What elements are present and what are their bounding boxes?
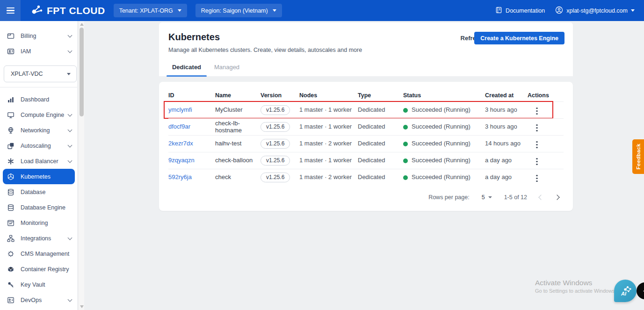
tab-dedicated[interactable]: Dedicated <box>166 64 207 76</box>
scrollbar-thumb[interactable] <box>80 28 84 116</box>
watermark-line1: Activate Windows <box>535 279 615 287</box>
integrations-icon <box>7 234 14 242</box>
cell-nodes: 1 master · 1 worker <box>299 123 358 130</box>
kebab-menu-icon[interactable] <box>534 156 540 167</box>
cell-version: v1.25.6 <box>260 122 299 132</box>
database-icon <box>7 188 14 196</box>
sidebar-item-label: IAM <box>21 48 31 55</box>
table-row: 592ry6jacheckv1.25.61 master · 2 workerD… <box>168 169 564 186</box>
column-header-id: ID <box>168 92 215 99</box>
scroll-up-icon[interactable] <box>80 23 84 26</box>
chevron-down-icon <box>68 33 72 37</box>
sidebar-item-integrations[interactable]: Integrations <box>0 231 77 246</box>
scroll-down-icon[interactable] <box>80 305 84 308</box>
cell-type: Dedicated <box>358 140 403 147</box>
sidebar-nav: DashboardCompute EngineNetworkingAutosca… <box>0 92 77 308</box>
feedback-tab[interactable]: Feedback <box>632 139 644 174</box>
sidebar-item-cms-management[interactable]: CMS Management <box>0 246 77 261</box>
cell-version: v1.25.6 <box>260 139 299 149</box>
cell-type: Dedicated <box>358 107 403 114</box>
cell-status: Succeeded (Running) <box>403 140 485 147</box>
page-header-card: Kubernetes Manage all Kubernetes cluster… <box>159 22 573 76</box>
cms-management-icon <box>7 250 14 258</box>
table-row: ymclymfiMyClusterv1.25.61 master · 1 wor… <box>168 101 564 118</box>
documentation-link[interactable]: Documentation <box>495 7 545 15</box>
ai-assistant-button[interactable]: AI <box>614 280 637 302</box>
sidebar-item-devops[interactable]: DevOps <box>0 292 77 308</box>
sidebar-item-container-registry[interactable]: Container Registry <box>0 261 77 277</box>
sidebar-item-networking[interactable]: Networking <box>0 123 77 138</box>
brand-name: FPT CLOUD <box>47 5 105 16</box>
collapse-widget-button[interactable] <box>637 282 644 299</box>
cell-status: Succeeded (Running) <box>403 123 485 130</box>
kebab-menu-icon[interactable] <box>534 106 540 117</box>
activate-windows-watermark: Activate Windows Go to Settings to activ… <box>535 279 615 294</box>
sidebar-item-monitoring[interactable]: Monitoring <box>0 215 77 231</box>
cell-status: Succeeded (Running) <box>403 107 485 114</box>
cluster-id-link[interactable]: ymclymfi <box>168 106 192 113</box>
sidebar-nav-top: BillingIAM <box>0 28 77 59</box>
next-page-button[interactable] <box>554 195 559 200</box>
user-menu[interactable]: xplat-stg@fptcloud.com <box>555 6 635 15</box>
region-dropdown[interactable]: Region: Saigon (Vietnam) <box>195 4 282 17</box>
sidebar-item-dashboard[interactable]: Dashboard <box>0 92 77 107</box>
create-kubernetes-engine-button[interactable]: Create a Kubernetes Engine <box>474 32 564 44</box>
cell-status: Succeeded (Running) <box>403 174 485 181</box>
sidebar-item-iam[interactable]: IAM <box>0 43 77 59</box>
kebab-menu-icon[interactable] <box>534 173 540 184</box>
rows-per-page-select[interactable]: 5 <box>482 194 492 201</box>
load-balancer-icon <box>7 157 14 165</box>
sidebar-item-kubernetes[interactable]: Kubernetes <box>3 169 75 184</box>
sidebar-item-load-balancer[interactable]: Load Balancer <box>0 153 77 169</box>
cell-actions <box>528 137 564 150</box>
cluster-id-link[interactable]: 2kezr7dx <box>168 140 193 147</box>
sidebar-item-autoscaling[interactable]: Autoscaling <box>0 138 77 153</box>
cluster-id-link[interactable]: 592ry6ja <box>168 173 192 180</box>
watermark-line2: Go to Settings to activate Windows <box>535 288 615 294</box>
chevron-down-icon <box>68 158 72 163</box>
cell-nodes: 1 master · 1 worker <box>299 107 358 114</box>
version-badge: v1.25.6 <box>260 173 290 182</box>
fpt-molecule-icon <box>31 5 43 17</box>
hamburger-menu-button[interactable] <box>0 0 21 21</box>
documentation-label: Documentation <box>506 7 545 14</box>
sidebar-item-database[interactable]: Database <box>0 184 77 200</box>
chevron-down-icon <box>488 196 492 198</box>
cell-nodes: 1 master · 2 worker <box>299 174 358 181</box>
cluster-id-link[interactable]: dfocf9ar <box>168 123 190 130</box>
column-header-actions: Actions <box>528 92 564 99</box>
user-email-label: xplat-stg@fptcloud.com <box>566 7 628 14</box>
navbar-right: Documentation xplat-stg@fptcloud.com <box>495 6 644 15</box>
kebab-menu-icon[interactable] <box>534 139 540 151</box>
clusters-table-card: IDNameVersionNodesTypeStatusCreated atAc… <box>159 82 573 211</box>
cell-name: haihv-test <box>215 140 260 147</box>
status-label: Succeeded (Running) <box>412 140 470 147</box>
monitoring-icon <box>7 219 14 227</box>
database-engine-icon <box>7 203 14 211</box>
tab-managed[interactable]: Managed <box>207 64 247 76</box>
cell-version: v1.25.6 <box>260 156 299 166</box>
previous-page-button[interactable] <box>538 195 543 200</box>
vdc-selector[interactable]: XPLAT-VDC <box>4 65 77 82</box>
sidebar-item-compute-engine[interactable]: Compute Engine <box>0 107 77 123</box>
kebab-menu-icon[interactable] <box>534 123 540 134</box>
chevron-down-icon <box>68 143 72 147</box>
tenant-dropdown[interactable]: Tenant: XPLAT-ORG <box>114 4 187 17</box>
version-badge: v1.25.6 <box>260 122 290 132</box>
sidebar-item-key-vault[interactable]: Key Vault <box>0 277 77 292</box>
vdc-selector-value: XPLAT-VDC <box>11 71 43 77</box>
cell-version: v1.25.6 <box>260 105 299 115</box>
sidebar-item-label: Dashboard <box>21 96 49 103</box>
page-subtitle: Manage all Kubernetes clusters. Create, … <box>168 47 362 53</box>
chevron-down-icon <box>68 127 72 132</box>
cell-id: ymclymfi <box>168 107 215 114</box>
tab-bar: DedicatedManaged <box>166 64 247 76</box>
sidebar-scrollbar[interactable] <box>78 21 84 310</box>
sidebar-item-billing[interactable]: Billing <box>0 28 77 43</box>
brand-logo[interactable]: FPT CLOUD <box>31 5 105 17</box>
sidebar-item-database-engine[interactable]: Database Engine <box>0 200 77 215</box>
cell-id: 592ry6ja <box>168 174 215 181</box>
cluster-id-link[interactable]: 9zqyaqzn <box>168 157 195 164</box>
container-registry-icon <box>7 265 14 273</box>
sidebar-item-label: Key Vault <box>21 281 45 288</box>
